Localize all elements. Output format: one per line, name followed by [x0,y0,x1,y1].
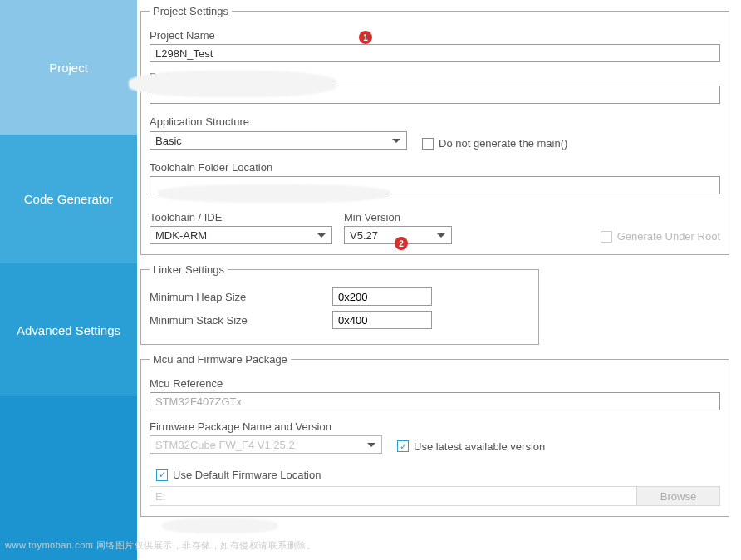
use-default-firmware-location-checkbox[interactable]: ✓ [156,469,168,481]
sidebar-item-label: Code Generator [24,192,114,206]
generate-under-root-checkbox [601,231,612,243]
main-panel: Project Settings Project Name Project Lo… [137,0,741,560]
annotation-badge-2: 2 [395,237,408,250]
generate-under-root-label: Generate Under Root [617,230,720,243]
project-name-label: Project Name [150,29,720,42]
project-settings-group: Project Settings Project Name Project Lo… [140,5,729,255]
sidebar-item-code-generator[interactable]: Code Generator [0,135,137,263]
min-heap-label: Minimum Heap Size [150,291,307,303]
project-settings-legend: Project Settings [150,5,232,17]
mcu-reference-label: Mcu Reference [150,377,720,390]
sidebar: Project Code Generator Advanced Settings [0,0,137,560]
mcu-firmware-legend: Mcu and Firmware Package [150,353,291,366]
mcu-reference-input [150,392,720,410]
sidebar-item-label: Project [49,61,88,75]
linker-settings-group: Linker Settings Minimum Heap Size Minimu… [140,263,539,345]
redaction-smudge [158,184,390,203]
firmware-package-select: STM32Cube FW_F4 V1.25.2 [150,435,382,454]
toolchain-ide-select[interactable]: MDK-ARM [150,226,332,244]
application-structure-label: Application Structure [150,115,720,128]
mcu-firmware-group: Mcu and Firmware Package Mcu Reference F… [140,353,729,517]
firmware-package-label: Firmware Package Name and Version [150,420,720,433]
sidebar-item-label: Advanced Settings [17,323,120,337]
annotation-badge-1: 1 [359,31,372,44]
application-structure-select[interactable]: Basic [150,131,407,150]
sidebar-item-project[interactable]: Project [0,0,137,135]
toolchain-ide-label: Toolchain / IDE [150,211,332,224]
project-name-input[interactable] [150,44,720,62]
min-stack-label: Minimum Stack Size [150,314,307,327]
sidebar-item-advanced-settings[interactable]: Advanced Settings [0,263,137,396]
redaction-smudge [129,71,336,97]
min-stack-input[interactable] [332,311,432,329]
min-heap-input[interactable] [332,287,432,306]
sidebar-spacer [0,396,137,560]
redaction-smudge [162,518,278,533]
firmware-location-input [150,486,637,506]
use-latest-version-label: Use latest available version [414,440,545,453]
toolchain-folder-label: Toolchain Folder Location [150,161,720,174]
use-latest-version-checkbox[interactable]: ✓ [397,440,409,452]
watermark-text: www.toymoban.com 网络图片仅供展示，非存储，如有侵权请联系删除。 [5,539,316,552]
do-not-generate-main-checkbox[interactable] [422,138,434,150]
min-version-label: Min Version [344,211,452,224]
browse-button: Browse [637,486,720,506]
use-default-firmware-location-label: Use Default Firmware Location [173,469,321,481]
linker-settings-legend: Linker Settings [150,263,228,276]
do-not-generate-main-label: Do not generate the main() [439,137,567,150]
